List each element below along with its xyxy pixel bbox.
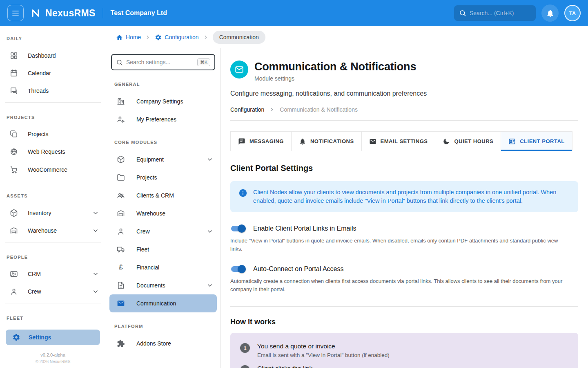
section-label-daily: DAILY bbox=[0, 26, 106, 47]
section-divider bbox=[5, 102, 101, 103]
calendar-icon bbox=[10, 69, 18, 77]
settings-nav-item-label: Crew bbox=[136, 228, 150, 235]
settings-nav-item-company-settings[interactable]: Company Settings bbox=[106, 92, 220, 110]
sidebar-item-warehouse[interactable]: Warehouse bbox=[0, 222, 106, 239]
chevron-down-icon bbox=[206, 156, 214, 163]
section-divider bbox=[5, 181, 101, 181]
truck-icon bbox=[117, 245, 125, 254]
sidebar-item-woocommerce[interactable]: WooCommerce bbox=[0, 161, 106, 178]
tab-email-settings[interactable]: EMAIL SETTINGS bbox=[361, 131, 435, 151]
settings-nav-item-equipment[interactable]: Equipment bbox=[106, 150, 220, 168]
chat-icon bbox=[238, 138, 245, 145]
info-icon bbox=[238, 188, 247, 197]
tab-label: EMAIL SETTINGS bbox=[381, 138, 428, 144]
toggle-label: Auto-Connect on Portal Access bbox=[253, 265, 343, 273]
breadcrumb-configuration-label: Configuration bbox=[165, 34, 198, 40]
globe-icon bbox=[10, 148, 18, 156]
tab-label: MESSAGING bbox=[249, 138, 284, 144]
how-it-works-steps: 1 You send a quote or invoice Email is s… bbox=[230, 333, 578, 368]
section-label-projects: PROJECTS bbox=[0, 105, 106, 126]
mail-icon bbox=[369, 138, 376, 145]
settings-nav-item-label: My Preferences bbox=[136, 116, 176, 123]
module-breadcrumb-parent[interactable]: Configuration bbox=[230, 106, 264, 113]
sidebar-item-calendar[interactable]: Calendar bbox=[0, 64, 106, 82]
settings-nav-item-addons-store[interactable]: Addons Store bbox=[106, 334, 220, 352]
settings-nav-item-financial[interactable]: £ Financial bbox=[106, 258, 220, 276]
settings-nav-item-label: Clients & CRM bbox=[136, 192, 174, 199]
mail-icon bbox=[117, 299, 125, 307]
search-icon bbox=[459, 9, 466, 17]
tab-client-portal[interactable]: CLIENT PORTAL bbox=[501, 131, 572, 151]
sidebar-item-crm[interactable]: CRM bbox=[0, 265, 106, 283]
tab-bar: MESSAGING NOTIFICATIONS EMAIL SETTINGS bbox=[230, 131, 578, 151]
section-divider bbox=[5, 242, 101, 242]
settings-nav-item-crew[interactable]: Crew bbox=[106, 222, 220, 240]
settings-nav-item-fleet[interactable]: Fleet bbox=[106, 240, 220, 258]
sidebar-item-dashboard[interactable]: Dashboard bbox=[0, 47, 106, 64]
chevron-down-icon bbox=[92, 288, 99, 295]
settings-nav-item-projects[interactable]: Projects bbox=[106, 168, 220, 186]
sidebar-item-projects[interactable]: Projects bbox=[0, 126, 106, 143]
settings-nav-item-clients-crm[interactable]: Clients & CRM bbox=[106, 186, 220, 204]
sidebar-item-label: Projects bbox=[28, 131, 49, 137]
global-search-input[interactable] bbox=[470, 10, 531, 16]
how-it-works-title: How it works bbox=[230, 318, 578, 326]
tab-notifications[interactable]: NOTIFICATIONS bbox=[291, 131, 361, 151]
pound-icon: £ bbox=[117, 263, 125, 272]
breadcrumb: Home Configuration Communication bbox=[106, 26, 588, 48]
contact-card-icon bbox=[10, 270, 18, 278]
step-item: 1 You send a quote or invoice Email is s… bbox=[230, 339, 578, 361]
tab-messaging[interactable]: MESSAGING bbox=[230, 131, 291, 151]
sidebar-item-label: Dashboard bbox=[28, 52, 56, 59]
content-row: ⌘K GENERAL Company Settings My Preferenc… bbox=[106, 48, 588, 368]
sidebar-item-label: Calendar bbox=[28, 70, 51, 76]
contact-card-icon bbox=[508, 138, 516, 145]
chevron-down-icon bbox=[92, 209, 99, 217]
page-header-text: Communication & Notifications Module set… bbox=[254, 61, 416, 82]
menu-button[interactable] bbox=[7, 5, 24, 21]
copyright: © 2026 NexusRMS bbox=[0, 359, 106, 364]
person-gear-icon bbox=[117, 115, 125, 123]
sidebar-item-crew[interactable]: Crew bbox=[0, 283, 106, 301]
sidebar-item-threads[interactable]: Threads bbox=[0, 82, 106, 99]
sidebar-item-label: Web Requests bbox=[28, 148, 65, 155]
projects-icon bbox=[10, 130, 18, 138]
settings-nav-item-my-preferences[interactable]: My Preferences bbox=[106, 110, 220, 128]
settings-nav-item-communication[interactable]: Communication bbox=[109, 294, 217, 312]
sidebar-item-settings[interactable]: Settings bbox=[6, 330, 100, 345]
breadcrumb-configuration[interactable]: Configuration bbox=[155, 34, 198, 41]
package-icon bbox=[10, 209, 18, 217]
warehouse-icon bbox=[10, 227, 18, 235]
settings-nav-item-warehouse[interactable]: Warehouse bbox=[106, 204, 220, 222]
chevron-down-icon bbox=[92, 270, 99, 278]
chevron-right-icon bbox=[145, 34, 151, 40]
sidebar-item-label: Inventory bbox=[28, 210, 51, 216]
warehouse-icon bbox=[117, 209, 125, 218]
sidebar-item-inventory[interactable]: Inventory bbox=[0, 204, 106, 222]
settings-nav-item-label: Company Settings bbox=[136, 98, 183, 105]
brand-logo[interactable]: NexusRMS bbox=[29, 7, 96, 19]
portal-links-toggle[interactable] bbox=[230, 224, 246, 233]
body-row: DAILY Dashboard Calendar Threads PROJECT… bbox=[0, 26, 588, 368]
settings-nav-item-label: Projects bbox=[136, 174, 157, 181]
global-search[interactable] bbox=[454, 5, 536, 21]
auto-connect-toggle[interactable] bbox=[230, 265, 246, 273]
home-icon bbox=[116, 34, 123, 41]
chevron-down-icon bbox=[92, 227, 99, 234]
settings-search-input[interactable] bbox=[126, 59, 194, 65]
chevron-right-icon bbox=[269, 107, 275, 112]
settings-nav-item-documents[interactable]: Documents bbox=[106, 276, 220, 294]
settings-search[interactable]: ⌘K bbox=[111, 54, 215, 70]
person-icon bbox=[117, 227, 125, 236]
sidebar-item-web-requests[interactable]: Web Requests bbox=[0, 143, 106, 161]
people-group-icon bbox=[117, 191, 125, 200]
toggle-thumb bbox=[238, 224, 246, 233]
breadcrumb-home[interactable]: Home bbox=[116, 34, 141, 41]
tab-quiet-hours[interactable]: QUIET HOURS bbox=[435, 131, 501, 151]
settings-nav-item-label: Communication bbox=[136, 300, 176, 307]
dashboard-icon bbox=[10, 52, 18, 60]
sidebar-item-label: Warehouse bbox=[28, 227, 57, 234]
settings-nav-item-label: Documents bbox=[136, 282, 165, 289]
avatar[interactable]: TA bbox=[564, 5, 581, 21]
notifications-button[interactable] bbox=[541, 4, 559, 22]
